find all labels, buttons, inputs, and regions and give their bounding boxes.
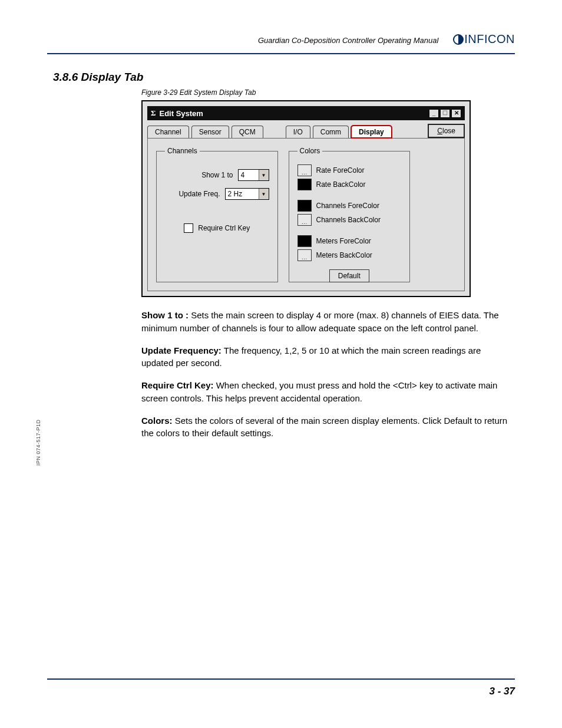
minimize-button[interactable]: _ <box>429 109 439 118</box>
chevron-down-icon[interactable]: ▼ <box>259 189 269 199</box>
channels-forecolor-label: Channels ForeColor <box>316 202 379 210</box>
show-1-to-combo[interactable]: ▼ <box>238 169 269 181</box>
chevron-down-icon[interactable]: ▼ <box>259 170 269 180</box>
meters-backcolor-label: Meters BackColor <box>316 251 372 259</box>
channels-backcolor-label: Channels BackColor <box>316 216 381 224</box>
tab-strip: Channel Sensor QCM I/O Comm Display Clos… <box>147 124 465 138</box>
rate-forecolor-swatch[interactable]: … <box>297 164 312 176</box>
require-ctrl-key-label: Require Ctrl Key <box>198 224 250 232</box>
section-heading: 3.8.6 Display Tab <box>53 71 515 84</box>
edit-system-dialog: Σ Edit System _ ☐ ✕ Channel Sensor QCM I… <box>141 100 471 297</box>
update-freq-combo[interactable]: ▼ <box>225 188 269 200</box>
close-button[interactable]: Close <box>428 124 465 138</box>
default-button[interactable]: Default <box>329 269 369 282</box>
page-number: 3 - 37 <box>47 686 515 697</box>
tab-display[interactable]: Display <box>351 126 392 138</box>
footer-rule <box>47 678 515 680</box>
tab-io[interactable]: I/O <box>286 126 310 138</box>
tab-comm[interactable]: Comm <box>313 126 349 138</box>
channels-backcolor-swatch[interactable]: … <box>297 214 312 226</box>
rate-backcolor-label: Rate BackColor <box>316 180 366 189</box>
colors-legend: Colors <box>297 147 323 155</box>
colors-group: Colors … Rate ForeColor Rate BackColor <box>289 147 411 282</box>
show-1-to-input[interactable] <box>239 170 259 180</box>
tab-qcm[interactable]: QCM <box>232 126 263 138</box>
header-rule <box>47 53 515 54</box>
channels-forecolor-swatch[interactable] <box>297 200 312 212</box>
show-1-to-label: Show 1 to <box>201 171 233 179</box>
close-x-button[interactable]: ✕ <box>451 109 461 118</box>
tab-sensor[interactable]: Sensor <box>191 126 229 138</box>
dialog-titlebar: Σ Edit System _ ☐ ✕ <box>147 106 465 120</box>
rate-backcolor-swatch[interactable] <box>297 179 312 190</box>
brand-logo: INFICON <box>452 32 515 46</box>
meters-forecolor-label: Meters ForeColor <box>316 237 371 245</box>
body-text: Show 1 to : Sets the main screen to disp… <box>141 309 515 440</box>
meters-forecolor-swatch[interactable] <box>297 235 312 247</box>
update-freq-label: Update Freq. <box>178 190 220 198</box>
channels-group: Channels Show 1 to ▼ Update Freq. <box>156 147 278 282</box>
app-icon: Σ <box>151 108 156 118</box>
manual-title: Guardian Co-Deposition Controller Operat… <box>47 36 444 46</box>
ipn-code: IPN 074-517-P1D <box>35 419 41 466</box>
update-freq-input[interactable] <box>226 189 259 199</box>
meters-backcolor-swatch[interactable]: … <box>297 249 312 261</box>
rate-forecolor-label: Rate ForeColor <box>316 166 365 174</box>
figure-caption: Figure 3-29 Edit System Display Tab <box>141 88 515 97</box>
require-ctrl-key-checkbox[interactable] <box>184 223 193 233</box>
maximize-button[interactable]: ☐ <box>440 109 450 118</box>
tab-channel[interactable]: Channel <box>147 126 189 138</box>
dialog-title: Edit System <box>160 109 203 118</box>
channels-legend: Channels <box>165 147 200 155</box>
